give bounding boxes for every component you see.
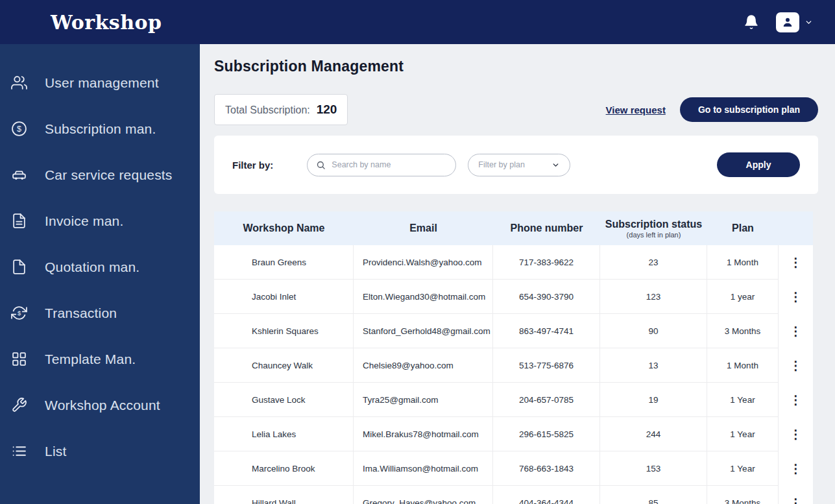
email-cell: Elton.Wiegand30@hotmail.com xyxy=(354,280,493,314)
workshop-name-cell: Marcelino Brook xyxy=(214,451,354,486)
header-subscription-status: Subscription status (days left in plan) xyxy=(600,219,707,239)
total-subscription-value: 120 xyxy=(317,102,337,117)
svg-text:$: $ xyxy=(17,125,21,134)
quotation-icon xyxy=(11,259,27,275)
page-title: Subscription Management xyxy=(214,58,818,75)
kebab-menu-icon: ⋮ xyxy=(790,359,802,372)
row-menu-button[interactable]: ⋮ xyxy=(779,245,813,280)
phone-cell: 768-663-1843 xyxy=(493,451,600,486)
kebab-menu-icon: ⋮ xyxy=(790,394,802,406)
kebab-menu-icon: ⋮ xyxy=(790,256,802,269)
sidebar-item-label: Car service requests xyxy=(45,167,173,183)
email-cell: Chelsie89@yahoo.com xyxy=(354,348,493,383)
filter-by-label: Filter by: xyxy=(232,160,273,171)
sidebar-item-list[interactable]: List xyxy=(0,428,200,474)
search-icon xyxy=(316,160,326,170)
sidebar-item-subscription-management[interactable]: $ Subscription man. xyxy=(0,106,200,152)
email-cell: Mikel.Brakus78@hotmail.com xyxy=(354,417,493,451)
sidebar-item-user-management[interactable]: User management xyxy=(0,60,200,106)
sidebar-item-label: Invoice man. xyxy=(45,213,123,229)
notifications-bell-icon[interactable] xyxy=(744,14,759,30)
plan-cell: 1 Year xyxy=(707,417,779,451)
sidebar-item-transaction[interactable]: $ Transaction xyxy=(0,290,200,336)
row-menu-button[interactable]: ⋮ xyxy=(779,451,813,486)
table-row: Braun Greens Providenci.Walsh@yahoo.com … xyxy=(214,245,813,280)
app-logo: Workshop xyxy=(51,11,162,34)
kebab-menu-icon: ⋮ xyxy=(790,462,802,475)
email-cell: Ima.Williamson@hotmail.com xyxy=(354,451,493,486)
table-row: Lelia Lakes Mikel.Brakus78@hotmail.com 2… xyxy=(214,417,813,451)
status-cell: 90 xyxy=(600,314,707,348)
sidebar-item-workshop-account[interactable]: Workshop Account xyxy=(0,382,200,428)
email-cell: Tyra25@gmail.com xyxy=(354,383,493,417)
plan-cell: 3 Months xyxy=(707,314,779,348)
status-cell: 19 xyxy=(600,383,707,417)
status-cell: 153 xyxy=(600,451,707,486)
total-subscription-label: Total Subscription: xyxy=(225,104,310,116)
row-menu-button[interactable]: ⋮ xyxy=(779,486,813,504)
sidebar-item-car-service-requests[interactable]: Car service requests xyxy=(0,152,200,198)
table-header-row: Workshop Name Email Phone number Subscri… xyxy=(214,211,813,245)
row-menu-button[interactable]: ⋮ xyxy=(779,417,813,451)
sidebar-nav: User management $ Subscription man. Car … xyxy=(0,44,200,504)
workshop-name-cell: Braun Greens xyxy=(214,245,354,280)
apply-button[interactable]: Apply xyxy=(717,152,800,177)
table-row: Gustave Lock Tyra25@gmail.com 204-657-07… xyxy=(214,383,813,417)
sidebar-item-label: List xyxy=(45,444,66,459)
kebab-menu-icon: ⋮ xyxy=(790,325,802,337)
sidebar-item-quotation-management[interactable]: Quotation man. xyxy=(0,244,200,290)
table-row: Jacobi Inlet Elton.Wiegand30@hotmail.com… xyxy=(214,280,813,314)
phone-cell: 863-497-4741 xyxy=(493,314,600,348)
email-cell: Stanford_Gerhold48@gmail.com xyxy=(354,314,493,348)
header-workshop-name: Workshop Name xyxy=(214,222,354,234)
view-request-link[interactable]: View request xyxy=(606,104,666,115)
subscriptions-table: Workshop Name Email Phone number Subscri… xyxy=(214,211,813,504)
user-menu[interactable] xyxy=(776,12,813,32)
search-by-name-field[interactable] xyxy=(307,154,456,176)
header-subscription-status-subtext: (days left in plan) xyxy=(627,231,681,239)
kebab-menu-icon: ⋮ xyxy=(790,497,802,504)
status-cell: 85 xyxy=(600,486,707,504)
workshop-name-cell: Jacobi Inlet xyxy=(214,280,354,314)
total-subscription-box: Total Subscription: 120 xyxy=(214,94,348,125)
chevron-down-icon xyxy=(805,18,813,27)
user-avatar-icon xyxy=(776,12,799,32)
go-to-subscription-plan-button[interactable]: Go to subscription plan xyxy=(680,97,818,122)
phone-cell: 717-383-9622 xyxy=(493,245,600,280)
filter-by-plan-dropdown[interactable]: Filter by plan xyxy=(468,154,570,176)
row-menu-button[interactable]: ⋮ xyxy=(779,314,813,348)
search-input[interactable] xyxy=(332,160,447,169)
status-cell: 244 xyxy=(600,417,707,451)
status-cell: 13 xyxy=(600,348,707,383)
plan-cell: 1 year xyxy=(707,280,779,314)
main-content: Subscription Management Total Subscripti… xyxy=(200,44,835,504)
workshop-name-cell: Gustave Lock xyxy=(214,383,354,417)
invoice-icon xyxy=(11,213,27,229)
sidebar-item-label: Workshop Account xyxy=(45,398,160,413)
workshop-name-cell: Hillard Wall xyxy=(214,486,354,504)
tools-icon xyxy=(11,397,27,413)
users-icon xyxy=(11,75,27,91)
phone-cell: 404-364-4344 xyxy=(493,486,600,504)
plan-cell: 1 Month xyxy=(707,245,779,280)
row-menu-button[interactable]: ⋮ xyxy=(779,280,813,314)
workshop-name-cell: Lelia Lakes xyxy=(214,417,354,451)
table-row: Chauncey Walk Chelsie89@yahoo.com 513-77… xyxy=(214,348,813,383)
phone-cell: 654-390-3790 xyxy=(493,280,600,314)
email-cell: Gregory_Hayes@yahoo.com xyxy=(354,486,493,504)
sidebar-item-label: Template Man. xyxy=(45,352,136,367)
email-cell: Providenci.Walsh@yahoo.com xyxy=(354,245,493,280)
header-email: Email xyxy=(354,222,493,234)
sidebar-item-label: User management xyxy=(45,75,159,91)
sidebar-item-label: Transaction xyxy=(45,306,117,321)
plan-cell: 1 Year xyxy=(707,383,779,417)
row-menu-button[interactable]: ⋮ xyxy=(779,348,813,383)
dollar-circle-icon: $ xyxy=(11,121,27,137)
header-subscription-status-title: Subscription status xyxy=(605,219,702,230)
sidebar-item-template-management[interactable]: Template Man. xyxy=(0,336,200,382)
plan-dropdown-value: Filter by plan xyxy=(478,160,525,169)
row-menu-button[interactable]: ⋮ xyxy=(779,383,813,417)
sidebar-item-invoice-management[interactable]: Invoice man. xyxy=(0,198,200,244)
table-row: Hillard Wall Gregory_Hayes@yahoo.com 404… xyxy=(214,486,813,504)
workshop-name-cell: Chauncey Walk xyxy=(214,348,354,383)
